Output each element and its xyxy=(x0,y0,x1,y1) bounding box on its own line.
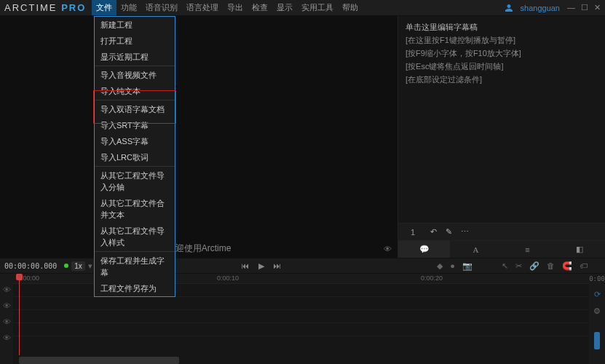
sync-icon[interactable]: ⟳ xyxy=(594,290,601,299)
menu-display[interactable]: 显示 xyxy=(272,0,297,15)
minimize-button[interactable]: — xyxy=(567,3,575,12)
hint-header: 单击这里编辑字幕稿 xyxy=(406,20,598,33)
eye-icon[interactable]: 👁 xyxy=(3,333,11,342)
eye-icon[interactable]: 👁 xyxy=(3,317,11,326)
subtitle-editor-placeholder[interactable]: 单击这里编辑字幕稿 [在这里按F1键控制播放与暂停] [按F9缩小字体，按F10… xyxy=(398,16,605,223)
timeline: 👁 👁 👁 👁 0:00:00 0:00:10 0:00:20 0:00 ⟳ ⚙ xyxy=(0,274,605,364)
side-panel: 单击这里编辑字幕稿 [在这里按F1键控制播放与暂停] [按F9缩小字体，按F10… xyxy=(398,16,605,258)
welcome-text: 欢迎使用Arctime xyxy=(0,240,398,258)
menu-recent-projects[interactable]: 显示近期工程 xyxy=(95,49,175,65)
more-icon[interactable]: ⋯ xyxy=(461,227,469,237)
menu-import-style[interactable]: 从其它工程文件导入样式 xyxy=(95,223,175,250)
menu-import-timing[interactable]: 从其它工程文件导入分轴 xyxy=(95,167,175,195)
hint-line: [按F9缩小字体，按F10放大字体] xyxy=(406,47,598,60)
menu-import-merge-text[interactable]: 从其它工程文件合并文本 xyxy=(95,195,175,223)
menu-speech[interactable]: 语音识别 xyxy=(141,0,182,15)
track-number: 1 xyxy=(404,228,422,237)
user-icon xyxy=(505,4,513,12)
playhead[interactable] xyxy=(19,274,20,355)
status-dot xyxy=(64,264,68,268)
maximize-button[interactable]: ☐ xyxy=(581,3,588,12)
settings-icon[interactable]: ⚙ xyxy=(593,306,601,316)
ruler-tick: 0:00:20 xyxy=(421,274,443,282)
window-controls: — ☐ ✕ xyxy=(567,3,601,12)
menu-open-project[interactable]: 打开工程 xyxy=(95,33,175,49)
side-toolbar-top: 1 ↶ ✎ ⋯ xyxy=(398,223,605,240)
camera-icon[interactable]: 📷 xyxy=(462,261,472,271)
tab-list[interactable]: ≡ xyxy=(502,241,553,258)
timeline-right-strip: 0:00 ⟳ ⚙ xyxy=(589,274,605,364)
next-button[interactable]: ⏭ xyxy=(269,261,285,270)
track-row[interactable] xyxy=(13,297,589,310)
zoom-slider[interactable] xyxy=(594,332,600,349)
speed-badge[interactable]: 1x xyxy=(71,261,85,271)
chevron-down-icon[interactable]: ▾ xyxy=(88,261,92,271)
transport-tools-left: ◆ ● 📷 xyxy=(430,261,480,271)
menu-import-ass[interactable]: 导入ASS字幕 xyxy=(95,133,175,149)
file-dropdown: 新建工程 打开工程 显示近期工程 导入音视频文件 导入纯文本 导入双语字幕文档 … xyxy=(94,16,175,297)
menu-function[interactable]: 功能 xyxy=(116,0,141,15)
menu-import-srt[interactable]: 导入SRT字幕 xyxy=(95,117,175,133)
transport-tools-right: ↖ ✂ 🔗 🗑 🧲 🏷 xyxy=(494,261,595,271)
side-tabs: 💬 A ≡ ◧ xyxy=(398,240,605,258)
menu-import-av[interactable]: 导入音视频文件 xyxy=(95,67,175,83)
menu-help[interactable]: 帮助 xyxy=(338,0,363,15)
menu-new-project[interactable]: 新建工程 xyxy=(95,17,175,33)
tag-icon[interactable]: 🏷 xyxy=(580,261,588,271)
close-button[interactable]: ✕ xyxy=(594,3,601,12)
menu-tools[interactable]: 实用工具 xyxy=(297,0,338,15)
timecode: 00:00:00.000 xyxy=(0,262,61,270)
menu-check[interactable]: 检查 xyxy=(248,0,272,15)
link-icon[interactable]: 🔗 xyxy=(529,261,539,271)
menu-separator xyxy=(95,251,175,252)
tab-grid[interactable]: ◧ xyxy=(553,241,605,258)
ruler-right-time: 0:00 xyxy=(589,275,605,282)
track-header-strip: 👁 👁 👁 👁 xyxy=(0,274,13,364)
prev-button[interactable]: ⏮ xyxy=(237,261,253,270)
marker-icon[interactable]: ◆ xyxy=(437,261,443,271)
cut-icon[interactable]: ✂ xyxy=(515,261,522,271)
transport-bar: 00:00:00.000 1x ▾ ⏮ ▶ ⏭ ◆ ● 📷 ↖ ✂ 🔗 🗑 🧲 … xyxy=(0,258,605,274)
username: shangguan xyxy=(521,4,560,12)
menu-bar: 文件 功能 语音识别 语言处理 导出 检查 显示 实用工具 帮助 xyxy=(92,0,504,15)
video-area: 欢迎使用Arctime 👁 xyxy=(0,16,398,258)
record-icon[interactable]: ● xyxy=(450,261,455,271)
app-logo: ARCTIME PRO xyxy=(4,2,86,13)
menu-language[interactable]: 语言处理 xyxy=(182,0,223,15)
hint-line: [按Esc键将焦点返回时间轴] xyxy=(406,60,598,73)
undo-icon[interactable]: ↶ xyxy=(430,227,437,237)
title-bar: ARCTIME PRO 文件 功能 语音识别 语言处理 导出 检查 显示 实用工… xyxy=(0,0,605,16)
tab-font[interactable]: A xyxy=(450,241,502,258)
eye-icon[interactable]: 👁 xyxy=(384,245,392,253)
menu-save-generate[interactable]: 保存工程并生成字幕 xyxy=(95,253,175,280)
magnet-icon[interactable]: 🧲 xyxy=(562,261,572,271)
menu-export[interactable]: 导出 xyxy=(223,0,248,15)
user-area[interactable]: shangguan xyxy=(505,4,560,12)
menu-import-lrc[interactable]: 导入LRC歌词 xyxy=(95,149,175,165)
track-row[interactable] xyxy=(13,310,589,323)
play-button[interactable]: ▶ xyxy=(253,261,269,271)
tab-chat[interactable]: 💬 xyxy=(398,241,450,258)
menu-separator xyxy=(95,66,175,66)
cursor-icon[interactable]: ↖ xyxy=(502,261,508,271)
ruler-tick: 0:00:10 xyxy=(217,274,239,282)
eye-icon[interactable]: 👁 xyxy=(3,285,11,294)
menu-save-as[interactable]: 工程文件另存为 xyxy=(95,280,175,296)
horizontal-scrollbar[interactable] xyxy=(19,357,179,364)
menu-import-bilingual[interactable]: 导入双语字幕文档 xyxy=(95,101,175,117)
menu-file[interactable]: 文件 xyxy=(92,0,116,15)
menu-separator xyxy=(95,100,175,100)
main-row: 欢迎使用Arctime 👁 单击这里编辑字幕稿 [在这里按F1键控制播放与暂停]… xyxy=(0,16,605,258)
hint-line: [在底部设定过滤条件] xyxy=(406,73,598,86)
hint-line: [在这里按F1键控制播放与暂停] xyxy=(406,33,598,47)
menu-import-text[interactable]: 导入纯文本 xyxy=(95,83,175,99)
edit-icon[interactable]: ✎ xyxy=(446,227,452,237)
menu-separator xyxy=(95,166,175,167)
eye-icon[interactable]: 👁 xyxy=(3,301,11,310)
track-row[interactable] xyxy=(13,323,589,336)
trash-icon[interactable]: 🗑 xyxy=(547,261,555,271)
